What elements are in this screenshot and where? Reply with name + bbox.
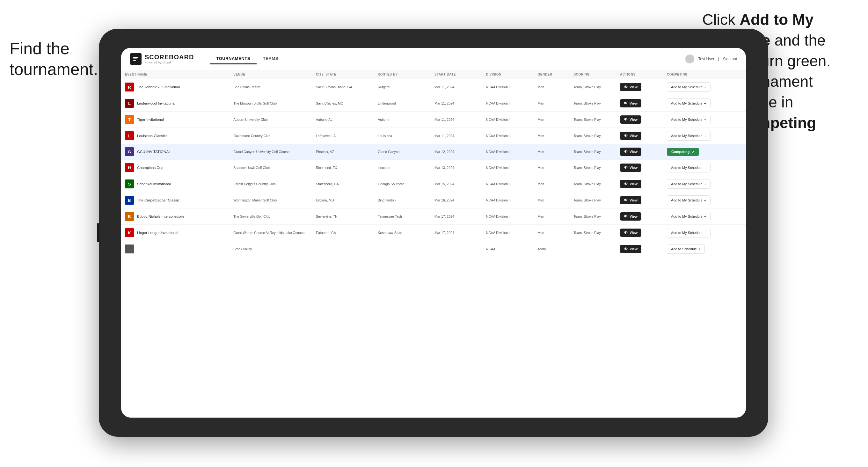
view-button[interactable]: 👁 View: [620, 163, 641, 172]
app-header: SCOREBOARD Powered by clippd TOURNAMENTS…: [121, 48, 746, 70]
cell-competing: Competing ✓: [663, 144, 746, 160]
cell-city: [312, 241, 374, 257]
cell-scoring: Team, Stroke Play: [570, 192, 617, 209]
cell-date: Mar 13, 2024: [431, 160, 482, 176]
eye-icon: 👁: [624, 133, 628, 138]
cell-scoring: Team, Stroke Play: [570, 209, 617, 225]
tab-tournaments[interactable]: TOURNAMENTS: [210, 54, 256, 64]
cell-actions: 👁 View: [616, 79, 663, 95]
cell-hosted: Houston: [374, 160, 431, 176]
cell-actions: 👁 View: [616, 160, 663, 176]
cell-actions: 👁 View: [616, 144, 663, 160]
eye-icon: 👁: [624, 165, 628, 170]
add-to-schedule-button[interactable]: Add to My Schedule +: [667, 195, 711, 205]
check-icon: ✓: [692, 150, 694, 154]
cell-gender: Men: [534, 128, 570, 144]
cell-event: B Bobby Nichols Intercollegiate: [121, 209, 229, 225]
cell-actions: 👁 View: [616, 112, 663, 128]
tablet-screen: SCOREBOARD Powered by clippd TOURNAMENTS…: [121, 48, 746, 417]
competing-button[interactable]: Competing ✓: [667, 148, 699, 156]
cell-competing: Add to My Schedule +: [663, 128, 746, 144]
cell-event: B The Carpetbagger Classic: [121, 192, 229, 209]
view-button[interactable]: 👁 View: [620, 196, 641, 204]
cell-date: Mar 11, 2024: [431, 112, 482, 128]
cell-venue: Grand Canyon University Golf Course: [229, 144, 312, 160]
cell-date: Mar 12, 2024: [431, 144, 482, 160]
plus-icon: +: [698, 246, 701, 251]
cell-venue: Sea Palms Resort: [229, 79, 312, 95]
cell-hosted: Auburn: [374, 112, 431, 128]
sign-out-link[interactable]: Sign out: [723, 57, 737, 61]
tablet-side-button: [97, 223, 99, 242]
cell-venue: The Sevierville Golf Club: [229, 209, 312, 225]
separator: |: [718, 57, 719, 61]
add-to-schedule-button[interactable]: Add to My Schedule +: [667, 98, 711, 108]
cell-event: G GCU INVITATIONAL: [121, 144, 229, 160]
add-to-schedule-button[interactable]: Add to My Schedule +: [667, 179, 711, 189]
competing-label: Competing: [671, 150, 689, 154]
add-to-schedule-button[interactable]: Add to My Schedule +: [667, 115, 711, 124]
cell-competing: Add to Schedule +: [663, 241, 746, 257]
cell-gender: Men: [534, 225, 570, 241]
view-button[interactable]: 👁 View: [620, 212, 641, 221]
col-header-city: CITY, STATE: [312, 70, 374, 79]
view-button[interactable]: 👁 View: [620, 245, 641, 253]
cell-scoring: Team, Stroke Play: [570, 79, 617, 95]
cell-city: Richmond, TX: [312, 160, 374, 176]
table-row: B The Carpetbagger Classic Worthington M…: [121, 192, 746, 209]
cell-date: Mar 16, 2024: [431, 192, 482, 209]
cell-actions: 👁 View: [616, 209, 663, 225]
view-button[interactable]: 👁 View: [620, 99, 641, 107]
add-schedule-label: Add to My Schedule: [671, 166, 702, 169]
add-to-schedule-button[interactable]: Add to Schedule +: [667, 244, 705, 254]
cell-city: Phoenix, AZ: [312, 144, 374, 160]
logo-text: SCOREBOARD: [145, 54, 194, 61]
eye-icon: 👁: [624, 117, 628, 122]
tab-teams[interactable]: TEAMS: [257, 54, 285, 64]
cell-gender: Team,: [534, 241, 570, 257]
view-button[interactable]: 👁 View: [620, 228, 641, 237]
add-to-schedule-button[interactable]: Add to My Schedule +: [667, 82, 711, 92]
cell-competing: Add to My Schedule +: [663, 95, 746, 112]
cell-competing: Add to My Schedule +: [663, 160, 746, 176]
table-row: K Linger Longer Invitational Great Water…: [121, 225, 746, 241]
logo-area: SCOREBOARD Powered by clippd: [145, 54, 194, 64]
col-header-hosted: HOSTED BY: [374, 70, 431, 79]
cell-venue: Brook Valley: [229, 241, 312, 257]
cell-event: L Louisiana Classics: [121, 128, 229, 144]
cell-venue: Shadow Hawk Golf Club: [229, 160, 312, 176]
plus-icon: +: [704, 198, 706, 203]
view-button[interactable]: 👁 View: [620, 180, 641, 188]
cell-venue: Worthington Manor Golf Club: [229, 192, 312, 209]
add-to-schedule-button[interactable]: Add to My Schedule +: [667, 228, 711, 238]
cell-date: Mar 11, 2024: [431, 79, 482, 95]
cell-event: R The Johnnie - O Individual: [121, 79, 229, 95]
cell-event: K Linger Longer Invitational: [121, 225, 229, 241]
eye-icon: 👁: [624, 85, 628, 89]
table-row: L Lindenwood Invitational The Missouri B…: [121, 95, 746, 112]
view-button[interactable]: 👁 View: [620, 148, 641, 156]
add-to-schedule-button[interactable]: Add to My Schedule +: [667, 212, 711, 221]
cell-division: NCAA Division I: [482, 209, 534, 225]
view-button[interactable]: 👁 View: [620, 83, 641, 91]
view-button[interactable]: 👁 View: [620, 115, 641, 124]
table-row: R The Johnnie - O Individual Sea Palms R…: [121, 79, 746, 95]
add-to-schedule-button[interactable]: Add to My Schedule +: [667, 163, 711, 173]
cell-date: Mar 11, 2024: [431, 95, 482, 112]
cell-competing: Add to My Schedule +: [663, 225, 746, 241]
cell-actions: 👁 View: [616, 176, 663, 192]
view-button[interactable]: 👁 View: [620, 132, 641, 140]
cell-date: [431, 241, 482, 257]
cell-event: T Tiger Invitational: [121, 112, 229, 128]
col-header-scoring: SCORING: [570, 70, 617, 79]
col-header-gender: GENDER: [534, 70, 570, 79]
tournaments-table: EVENT NAME VENUE CITY, STATE HOSTED BY S…: [121, 70, 746, 257]
cell-division: NCAA Division I: [482, 128, 534, 144]
add-to-schedule-button[interactable]: Add to My Schedule +: [667, 131, 711, 141]
cell-scoring: Team, Stroke Play: [570, 128, 617, 144]
cell-division: NCAA: [482, 241, 534, 257]
cell-competing: Add to My Schedule +: [663, 209, 746, 225]
cell-date: Mar 15, 2024: [431, 176, 482, 192]
cell-city: Urbana, MD: [312, 192, 374, 209]
plus-icon: +: [704, 214, 706, 219]
